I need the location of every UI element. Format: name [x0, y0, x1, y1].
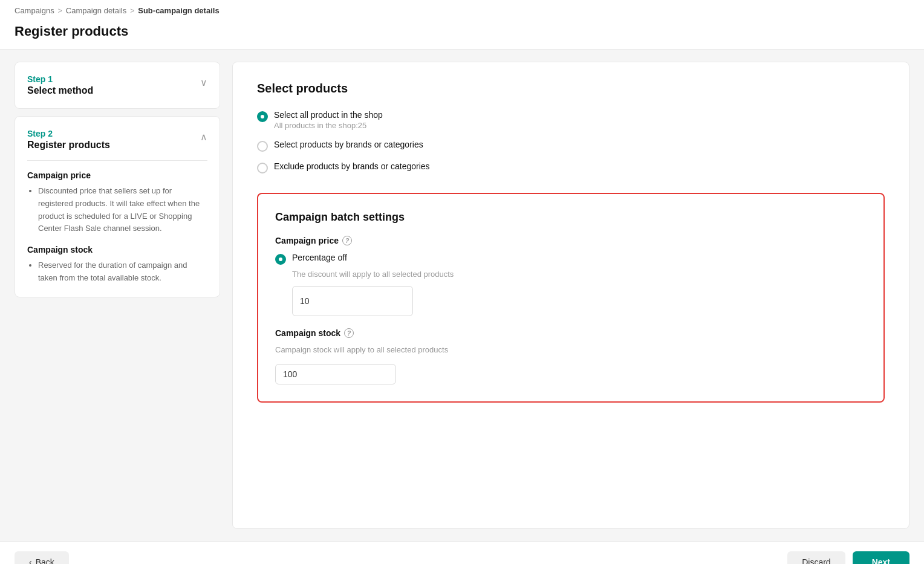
back-icon: ‹ [29, 557, 32, 564]
campaign-stock-sub: Campaign stock will apply to all selecte… [275, 345, 867, 354]
breadcrumb: Campaigns > Campaign details > Sub-campa… [15, 0, 909, 19]
batch-settings-card: Campaign batch settings Campaign price ?… [257, 193, 885, 403]
radio-option-brands[interactable]: Select products by brands or categories [257, 140, 885, 152]
footer-bar: ‹ Back Discard Next [0, 541, 924, 564]
step2-card: Step 2 Register products ∧ Campaign pric… [15, 116, 220, 297]
campaign-price-desc: Discounted price that sellers set up for… [38, 185, 207, 235]
breadcrumb-sep-1: > [58, 7, 62, 15]
radio-brands-label-block: Select products by brands or categories [274, 140, 423, 149]
radio-option-exclude[interactable]: Exclude products by brands or categories [257, 161, 885, 173]
percentage-off-label: Percentage off [292, 253, 347, 262]
campaign-stock-section: Campaign stock ? Campaign stock will app… [275, 328, 867, 384]
step1-title-block: Step 1 Select method [27, 74, 93, 96]
percentage-off-radio-input[interactable] [275, 254, 286, 265]
campaign-price-list: Discounted price that sellers set up for… [27, 185, 207, 235]
page-wrapper: Campaigns > Campaign details > Sub-campa… [0, 0, 924, 564]
discard-button[interactable]: Discard [787, 551, 845, 564]
radio-brands-input[interactable] [257, 141, 268, 152]
step2-divider [27, 160, 207, 161]
campaign-stock-desc: Reserved for the duration of campaign an… [38, 259, 207, 285]
breadcrumb-sep-2: > [130, 7, 134, 15]
radio-all-input[interactable] [257, 111, 268, 122]
campaign-stock-list: Reserved for the duration of campaign an… [27, 259, 207, 285]
breadcrumb-current: Sub-campaign details [138, 6, 219, 15]
batch-settings-title: Campaign batch settings [275, 211, 867, 224]
radio-exclude-label: Exclude products by brands or categories [274, 161, 430, 171]
step1-header[interactable]: Step 1 Select method ∨ [27, 74, 207, 96]
percentage-input[interactable] [293, 291, 413, 311]
radio-exclude-input[interactable] [257, 163, 268, 173]
percentage-off-sub: The discount will apply to all selected … [292, 270, 867, 279]
product-selection-radio-group: Select all product in the shop All produ… [257, 110, 885, 173]
step1-number: Step 1 [27, 74, 93, 84]
step2-name: Register products [27, 140, 110, 151]
campaign-stock-label-text: Campaign stock [275, 328, 340, 338]
step1-card: Step 1 Select method ∨ [15, 62, 220, 109]
campaign-price-info-title: Campaign price [27, 170, 207, 180]
campaign-stock-field-label: Campaign stock ? [275, 328, 867, 338]
main-content: Select products Select all product in th… [232, 62, 909, 529]
page-title: Register products [15, 19, 909, 49]
campaign-stock-info-title: Campaign stock [27, 245, 207, 254]
campaign-stock-input[interactable] [275, 364, 396, 384]
percentage-input-group: % Off [292, 286, 413, 316]
radio-exclude-label-block: Exclude products by brands or categories [274, 161, 430, 171]
radio-all-label-block: Select all product in the shop All produ… [274, 110, 383, 130]
campaign-price-info: Campaign price Discounted price that sel… [27, 170, 207, 235]
step2-header[interactable]: Step 2 Register products ∧ [27, 129, 207, 151]
select-products-title: Select products [257, 82, 885, 96]
campaign-price-help-icon[interactable]: ? [342, 236, 352, 245]
footer-right-buttons: Discard Next [787, 551, 909, 564]
radio-option-all[interactable]: Select all product in the shop All produ… [257, 110, 885, 130]
radio-all-label: Select all product in the shop [274, 110, 383, 120]
breadcrumb-campaigns[interactable]: Campaigns [15, 6, 54, 15]
campaign-price-label-text: Campaign price [275, 236, 339, 245]
step2-title-block: Step 2 Register products [27, 129, 110, 151]
breadcrumb-campaign-details[interactable]: Campaign details [66, 6, 126, 15]
step1-chevron: ∨ [200, 77, 207, 88]
radio-brands-label: Select products by brands or categories [274, 140, 423, 149]
percentage-input-row: % Off [292, 286, 867, 316]
content-area: Step 1 Select method ∨ Step 2 Register p… [0, 50, 924, 541]
step2-number: Step 2 [27, 129, 110, 138]
campaign-price-field-label: Campaign price ? [275, 236, 867, 245]
next-button[interactable]: Next [853, 551, 909, 564]
campaign-stock-help-icon[interactable]: ? [344, 328, 354, 338]
campaign-stock-info: Campaign stock Reserved for the duration… [27, 245, 207, 285]
sidebar: Step 1 Select method ∨ Step 2 Register p… [15, 62, 220, 529]
percentage-off-radio[interactable]: Percentage off [275, 253, 867, 265]
step1-name: Select method [27, 85, 93, 96]
top-bar: Campaigns > Campaign details > Sub-campa… [0, 0, 924, 50]
step2-chevron: ∧ [200, 131, 207, 143]
back-button[interactable]: ‹ Back [15, 551, 69, 564]
back-label: Back [36, 557, 54, 564]
radio-all-sublabel: All products in the shop:25 [274, 121, 383, 130]
